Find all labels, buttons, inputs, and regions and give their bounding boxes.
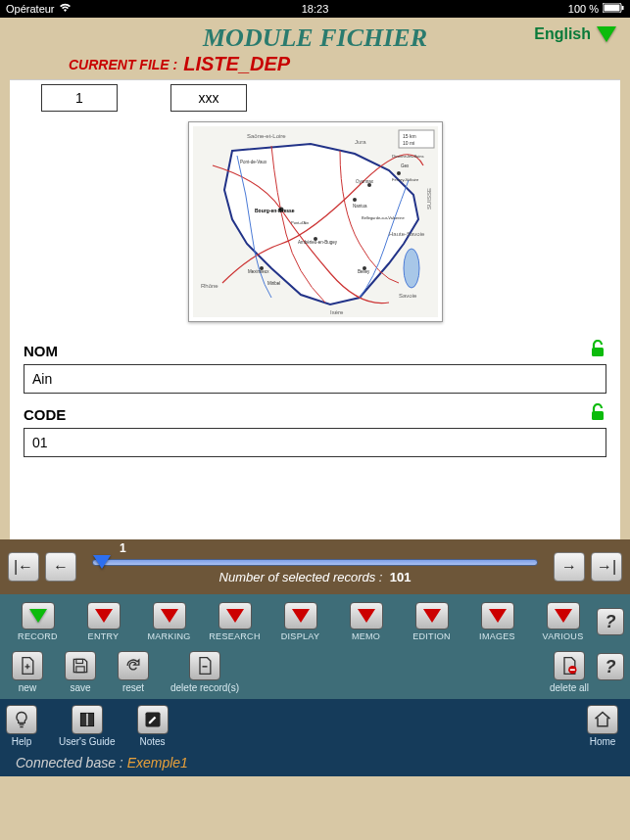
- prev-button[interactable]: ←: [45, 552, 76, 582]
- document-delete-icon: [559, 656, 579, 676]
- clock: 18:23: [212, 3, 417, 15]
- svg-text:Jura: Jura: [355, 139, 366, 145]
- connected-base-name: Exemple1: [127, 755, 188, 770]
- tool-edition[interactable]: EDITION: [400, 602, 463, 641]
- chevron-down-icon: [597, 26, 616, 42]
- svg-point-4: [404, 249, 419, 288]
- svg-point-6: [353, 198, 357, 202]
- records-count-label: Number of selected records : 101: [92, 570, 538, 584]
- code-field[interactable]: [24, 428, 606, 457]
- tool-research[interactable]: RESEARCH: [203, 602, 267, 641]
- record-slider[interactable]: [92, 559, 538, 566]
- language-selector[interactable]: English: [534, 25, 616, 43]
- unlock-icon[interactable]: [591, 403, 606, 426]
- bottom-bar: Help User's Guide Notes Home: [0, 699, 630, 751]
- last-button[interactable]: →|: [591, 552, 622, 582]
- home-button[interactable]: Home: [587, 705, 618, 747]
- help-button[interactable]: Help: [6, 705, 37, 747]
- current-file-label: CURRENT FILE :: [69, 57, 177, 72]
- svg-point-8: [397, 171, 401, 175]
- svg-text:Rhône: Rhône: [201, 283, 218, 289]
- tool-marking[interactable]: MARKING: [137, 602, 201, 641]
- svg-text:Divonne-les-Bains: Divonne-les-Bains: [392, 154, 423, 159]
- chevron-down-icon: [161, 609, 178, 623]
- lightbulb-icon: [12, 710, 31, 729]
- notes-button[interactable]: Notes: [137, 705, 169, 747]
- home-icon: [593, 710, 612, 729]
- tool-various[interactable]: VARIOUS: [531, 602, 595, 641]
- connected-base-label: Connected base :: [16, 755, 123, 770]
- svg-text:Nantua: Nantua: [353, 204, 367, 209]
- svg-text:Bellegarde-sur-Valserine: Bellegarde-sur-Valserine: [362, 215, 406, 220]
- refresh-icon: [123, 656, 143, 676]
- slider-position: 1: [120, 541, 126, 555]
- svg-text:15 km: 15 km: [403, 133, 416, 139]
- first-button[interactable]: |←: [8, 552, 39, 582]
- svg-text:10 mi: 10 mi: [403, 140, 414, 146]
- new-button[interactable]: new: [12, 651, 43, 693]
- svg-rect-2: [621, 6, 623, 10]
- svg-text:Ambérieu-en-Bugey: Ambérieu-en-Bugey: [298, 240, 338, 245]
- record-code-box[interactable]: xxx: [170, 84, 247, 112]
- tool-display[interactable]: DISPLAY: [268, 602, 332, 641]
- nom-label: NOM: [24, 343, 58, 359]
- save-button[interactable]: save: [65, 651, 96, 693]
- help-actions-button[interactable]: ?: [597, 653, 624, 680]
- action-bar: new save reset delete record(s) delete a…: [0, 645, 630, 699]
- svg-text:Saône-et-Loire: Saône-et-Loire: [247, 133, 286, 139]
- svg-text:Savoie: Savoie: [399, 293, 417, 299]
- chevron-down-icon: [358, 609, 375, 623]
- tool-entry[interactable]: ENTRY: [72, 602, 135, 641]
- footer: Connected base : Exemple1: [0, 751, 630, 776]
- svg-rect-38: [76, 667, 84, 673]
- map-icon: Saône-et-Loire Jura Rhône Savoie Isère H…: [193, 126, 438, 317]
- wifi-icon: [59, 3, 72, 15]
- tool-images[interactable]: IMAGES: [465, 602, 529, 641]
- battery-label: 100 %: [568, 3, 599, 15]
- save-icon: [71, 656, 90, 676]
- current-file-name: LISTE_DEP: [183, 53, 290, 75]
- svg-text:Meximieux: Meximieux: [248, 269, 269, 274]
- delete-all-button[interactable]: delete all: [550, 651, 589, 693]
- tool-memo[interactable]: MEMO: [334, 602, 398, 641]
- svg-rect-36: [592, 411, 604, 420]
- map-preview[interactable]: Saône-et-Loire Jura Rhône Savoie Isère H…: [188, 121, 443, 322]
- chevron-down-icon: [292, 609, 310, 623]
- next-button[interactable]: →: [554, 552, 585, 582]
- svg-text:Pont-d'Ain: Pont-d'Ain: [291, 220, 309, 225]
- unlock-icon[interactable]: [591, 340, 606, 362]
- nom-field[interactable]: [24, 364, 606, 394]
- users-guide-button[interactable]: User's Guide: [59, 705, 116, 747]
- chevron-down-icon: [29, 609, 47, 623]
- svg-text:Oyonnax: Oyonnax: [356, 179, 374, 184]
- chevron-down-icon: [489, 609, 507, 623]
- svg-text:Ferney-Voltaire: Ferney-Voltaire: [392, 177, 419, 182]
- delete-records-button[interactable]: delete record(s): [170, 651, 239, 693]
- chevron-down-icon: [555, 609, 572, 623]
- record-nav-bar: |← ← 1 Number of selected records : 101 …: [0, 539, 630, 594]
- document-minus-icon: [195, 656, 215, 676]
- header: MODULE FICHIER English CURRENT FILE : LI…: [0, 18, 630, 79]
- chevron-down-icon: [95, 609, 113, 623]
- svg-text:SUISSE: SUISSE: [426, 188, 432, 210]
- chevron-down-icon: [423, 609, 441, 623]
- help-toolbar-button[interactable]: ?: [597, 608, 624, 635]
- slider-thumb-icon[interactable]: [93, 555, 111, 569]
- record-index-box[interactable]: 1: [41, 84, 118, 112]
- edit-icon: [143, 710, 163, 729]
- svg-text:Isère: Isère: [330, 309, 344, 315]
- reset-button[interactable]: reset: [118, 651, 149, 693]
- svg-text:Pont-de-Vaux: Pont-de-Vaux: [240, 160, 267, 164]
- tool-record[interactable]: RECORD: [6, 602, 70, 641]
- svg-text:Gex: Gex: [401, 163, 410, 168]
- svg-text:Bourg-en-Bresse: Bourg-en-Bresse: [255, 208, 295, 213]
- code-label: CODE: [24, 406, 66, 423]
- page-title: MODULE FICHIER: [10, 23, 620, 53]
- svg-rect-35: [592, 348, 604, 356]
- svg-text:Haute-Savoie: Haute-Savoie: [389, 231, 425, 237]
- status-bar: Opérateur 18:23 100 %: [0, 0, 630, 18]
- main-toolbar: RECORD ENTRY MARKING RESEARCH DISPLAY ME…: [0, 594, 630, 645]
- book-icon: [77, 710, 97, 729]
- document-plus-icon: [18, 656, 37, 676]
- chevron-down-icon: [226, 609, 244, 623]
